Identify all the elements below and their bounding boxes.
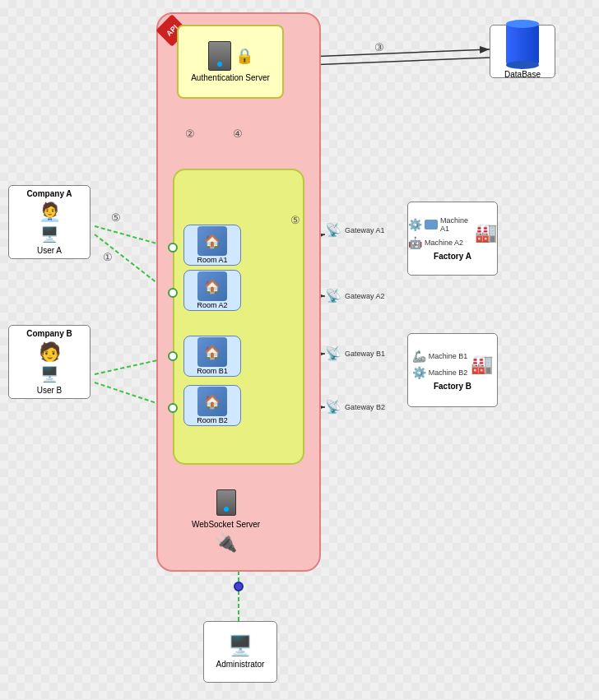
room-a2-box: 🏠 Room A2 — [183, 270, 241, 311]
antenna-b2-icon: 📡 — [325, 399, 341, 415]
company-b-box: Company B 🧑 🖥️ User B — [8, 325, 91, 399]
factory-a-label: Factory A — [434, 252, 471, 262]
factory-a-building-icon: 🏭 — [475, 222, 497, 243]
user-b-label: User B — [37, 386, 63, 396]
machine-a1-icon: ⚙️ — [408, 218, 422, 231]
administrator-box: 🖥️ Administrator — [203, 621, 277, 683]
computer-a-icon: 🖥️ — [40, 225, 58, 243]
antenna-b1-icon: 📡 — [325, 345, 341, 361]
computer-b-icon: 🖥️ — [40, 365, 58, 383]
room-b1-label: Room B1 — [197, 367, 228, 375]
plug-icon: 🔌 — [215, 532, 237, 554]
machine-b1-icon: 🦾 — [412, 350, 426, 363]
gateway-a2-area: 📡 Gateway A2 — [325, 288, 385, 304]
step-4-label: ④ — [233, 127, 243, 140]
machine-b2-label: Machine B2 — [429, 369, 468, 377]
factory-a-box: ⚙️ Machine A1 🤖 Machine A2 🏭 Factory A — [407, 202, 498, 276]
room-b1-icon: 🏠 — [197, 337, 227, 367]
admin-connector — [234, 582, 244, 591]
gateway-b1-label: Gateway B1 — [345, 350, 385, 358]
factory-b-box: 🦾 Machine B1 ⚙️ Machine B2 🏭 Factory B — [407, 333, 498, 407]
connector-room-b2 — [168, 403, 178, 413]
gateway-b1-area: 📡 Gateway B1 — [325, 345, 385, 361]
antenna-a2-icon: 📡 — [325, 288, 341, 304]
company-a-title: Company A — [26, 189, 72, 199]
gateway-b2-label: Gateway B2 — [345, 403, 385, 411]
gateway-a1-area: 📡 Gateway A1 — [325, 222, 385, 238]
room-a2-label: Room A2 — [197, 301, 227, 309]
step-1-label: ① — [103, 251, 113, 263]
step-3-label: ③ — [374, 41, 384, 53]
lock-icon: 🔒 — [235, 47, 253, 65]
administrator-icon: 🖥️ — [228, 634, 253, 657]
connector-room-b1 — [168, 351, 178, 361]
factory-b-label: Factory B — [434, 382, 471, 392]
websocket-server-icon — [216, 489, 236, 516]
person-b-icon: 🧑 — [39, 341, 61, 363]
gateway-a2-label: Gateway A2 — [345, 292, 385, 300]
company-a-box: Company A 🧑‍💼 🖥️ User A — [8, 185, 91, 259]
connector-room-a2 — [168, 288, 178, 298]
machine-a2-icon: 🤖 — [408, 236, 422, 249]
server-icon — [208, 41, 231, 71]
machine-a2-label: Machine A2 — [425, 239, 463, 247]
database-label: DataBase — [504, 70, 541, 80]
room-b1-box: 🏠 Room B1 — [183, 336, 241, 377]
room-a1-box: 🏠 Room A1 — [183, 225, 241, 266]
administrator-label: Administrator — [216, 660, 265, 670]
room-b2-box: 🏠 Room B2 — [183, 385, 241, 426]
step-5a-label: ⑤ — [290, 214, 300, 226]
factory-b-building-icon: 🏭 — [471, 354, 493, 375]
connector-room-a1 — [168, 243, 178, 253]
room-a1-label: Room A1 — [197, 256, 227, 264]
antenna-a1-icon: 📡 — [325, 222, 341, 238]
user-a-label: User A — [37, 246, 62, 256]
step-2-label: ② — [185, 127, 195, 140]
gateway-a1-label: Gateway A1 — [345, 226, 385, 234]
database-cylinder — [506, 24, 539, 65]
step-5b-label: ⑤ — [111, 211, 121, 224]
room-b2-icon: 🏠 — [197, 387, 227, 416]
machine-a1-label: Machine A1 — [440, 216, 471, 233]
websocket-server-box: WebSocket Server 🔌 — [192, 489, 260, 554]
company-b-title: Company B — [26, 329, 72, 339]
auth-server-box: 🔒 Authentication Server — [177, 25, 284, 99]
machine-b2-icon: ⚙️ — [412, 366, 426, 379]
person-a-icon: 🧑‍💼 — [39, 202, 61, 223]
websocket-server-label: WebSocket Server — [192, 520, 260, 530]
room-a2-icon: 🏠 — [197, 271, 227, 301]
gateway-b2-area: 📡 Gateway B2 — [325, 399, 385, 415]
room-b2-label: Room B2 — [197, 416, 228, 424]
room-a1-icon: 🏠 — [197, 226, 227, 256]
diagram-container: API 🔒 Authentication Server ② ④ ③ DataBa… — [4, 4, 595, 696]
machine-b1-label: Machine B1 — [429, 352, 468, 360]
database-box: DataBase — [490, 25, 555, 78]
auth-server-label: Authentication Server — [191, 73, 270, 83]
